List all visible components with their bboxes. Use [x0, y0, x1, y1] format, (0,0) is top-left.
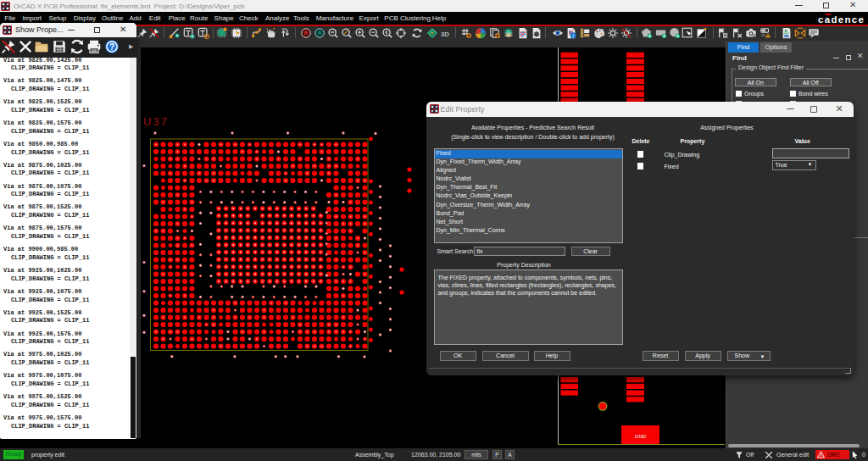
svg-text:U37: U37 — [143, 115, 169, 128]
svg-text:#2: #2 — [760, 33, 765, 37]
svg-text:GND: GND — [635, 434, 647, 439]
svg-text:3D: 3D — [440, 30, 448, 37]
svg-text:?: ? — [109, 42, 114, 52]
svg-text:i: i — [572, 32, 574, 39]
